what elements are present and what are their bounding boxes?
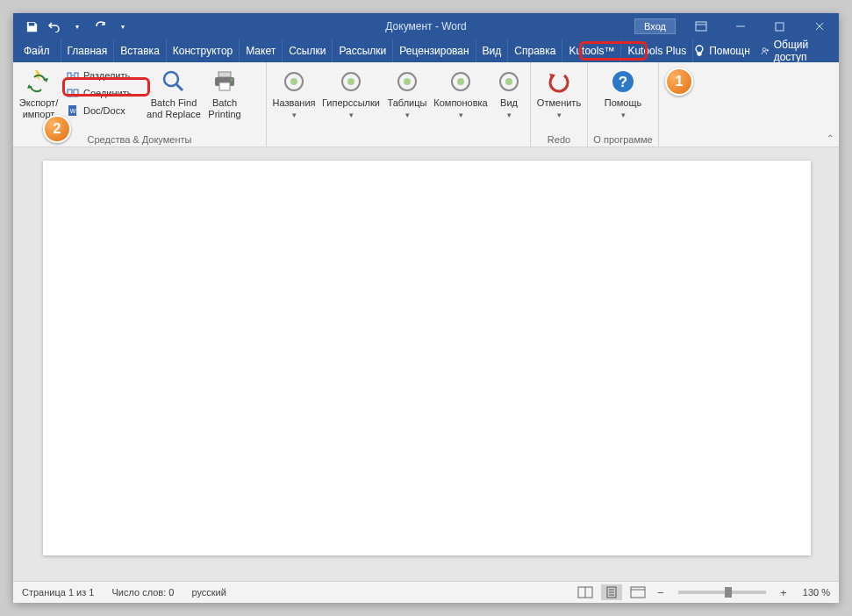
statusbar: Страница 1 из 1 Число слов: 0 русский − … bbox=[13, 581, 839, 603]
split-icon bbox=[66, 68, 80, 82]
login-button[interactable]: Вход bbox=[634, 18, 676, 34]
svg-point-6 bbox=[763, 48, 766, 52]
maximize-icon[interactable] bbox=[760, 13, 799, 39]
layout-label: Компоновка bbox=[433, 97, 487, 109]
titlebar: ▾ ▾ Документ - Word Вход bbox=[13, 13, 839, 39]
tab-review[interactable]: Рецензирован bbox=[393, 39, 476, 62]
svg-text:?: ? bbox=[619, 74, 627, 90]
tab-layout[interactable]: Макет bbox=[240, 39, 283, 62]
chevron-down-icon: ▾ bbox=[405, 110, 410, 121]
status-page[interactable]: Страница 1 из 1 bbox=[22, 587, 94, 598]
annotation-badge-1: 1 bbox=[665, 68, 693, 96]
captions-label: Названия bbox=[273, 97, 316, 109]
web-layout-icon[interactable] bbox=[627, 584, 648, 600]
doc-docx-button[interactable]: W Doc/Docx bbox=[62, 103, 143, 118]
svg-rect-7 bbox=[68, 73, 71, 78]
share-button[interactable]: Общий доступ bbox=[761, 39, 828, 63]
ribbon-tabs: Файл Главная Вставка Конструктор Макет С… bbox=[13, 39, 839, 62]
tell-me-button[interactable]: Помощн bbox=[693, 45, 750, 57]
undo-last-button[interactable]: Отменить ▾ bbox=[534, 64, 584, 121]
tab-home[interactable]: Главная bbox=[61, 39, 115, 62]
hyperlinks-button[interactable]: Гиперссылки ▾ bbox=[318, 64, 384, 121]
tables-button[interactable]: Таблицы ▾ bbox=[384, 64, 430, 121]
qat-customize-icon[interactable]: ▾ bbox=[115, 18, 131, 34]
group-redo-label: Redo bbox=[534, 134, 584, 147]
hyperlinks-label: Гиперссылки bbox=[322, 97, 380, 109]
svg-point-24 bbox=[404, 78, 411, 85]
split-button[interactable]: Разделить bbox=[62, 68, 143, 83]
radio-circle-icon bbox=[337, 68, 365, 96]
doc-docx-icon: W bbox=[66, 104, 80, 118]
tab-insert[interactable]: Вставка bbox=[114, 39, 167, 62]
ribbon-options-icon[interactable] bbox=[681, 13, 720, 39]
svg-point-18 bbox=[231, 79, 233, 81]
export-import-button[interactable]: Экспорт/ импорт bbox=[17, 64, 61, 120]
batch-printing-label: Batch Printing bbox=[208, 97, 240, 120]
redo-icon[interactable] bbox=[92, 18, 108, 34]
save-icon[interactable] bbox=[24, 18, 39, 34]
svg-point-22 bbox=[347, 78, 354, 85]
view-label: Вид bbox=[500, 97, 518, 109]
tab-view[interactable]: Вид bbox=[476, 39, 509, 62]
status-words[interactable]: Число слов: 0 bbox=[111, 587, 174, 598]
svg-line-14 bbox=[176, 84, 183, 90]
split-label: Разделить bbox=[83, 70, 130, 81]
doc-docx-label: Doc/Docx bbox=[83, 105, 125, 116]
captions-button[interactable]: Названия ▾ bbox=[270, 64, 318, 121]
svg-point-13 bbox=[164, 72, 178, 86]
tab-design[interactable]: Конструктор bbox=[167, 39, 240, 62]
svg-point-20 bbox=[290, 78, 297, 85]
batch-printing-button[interactable]: Batch Printing bbox=[203, 64, 247, 120]
layout-button[interactable]: Компоновка ▾ bbox=[430, 64, 491, 121]
svg-rect-8 bbox=[75, 73, 78, 78]
zoom-slider[interactable] bbox=[678, 591, 766, 594]
document-page[interactable] bbox=[43, 161, 811, 555]
read-mode-icon[interactable] bbox=[575, 584, 596, 600]
help-button[interactable]: ? Помощь ▾ bbox=[591, 64, 655, 121]
chevron-down-icon: ▾ bbox=[292, 110, 297, 121]
tab-help[interactable]: Справка bbox=[508, 39, 562, 62]
status-language[interactable]: русский bbox=[191, 587, 226, 598]
minimize-icon[interactable] bbox=[720, 13, 760, 39]
undo-dropdown-icon[interactable]: ▾ bbox=[69, 18, 85, 34]
export-import-icon bbox=[25, 68, 53, 96]
undo-icon[interactable] bbox=[47, 18, 62, 34]
print-layout-icon[interactable] bbox=[601, 584, 622, 600]
tab-references[interactable]: Ссылки bbox=[283, 39, 333, 62]
ribbon: Экспорт/ импорт Разделить Соединить bbox=[13, 62, 839, 147]
radio-circle-icon bbox=[280, 68, 308, 96]
batch-find-replace-button[interactable]: Batch Find and Replace bbox=[145, 64, 203, 120]
svg-rect-15 bbox=[218, 72, 231, 77]
merge-icon bbox=[66, 86, 80, 100]
help-label: Помощь bbox=[605, 97, 642, 109]
tab-mailings[interactable]: Рассылки bbox=[333, 39, 393, 62]
chevron-down-icon: ▾ bbox=[459, 110, 463, 121]
tell-me-label: Помощн bbox=[709, 45, 750, 57]
help-icon: ? bbox=[609, 68, 637, 96]
tab-file[interactable]: Файл bbox=[13, 39, 61, 62]
title-controls: Вход bbox=[634, 13, 839, 39]
merge-label: Соединить bbox=[83, 88, 132, 98]
zoom-out-button[interactable]: − bbox=[654, 586, 668, 599]
merge-button[interactable]: Соединить bbox=[62, 85, 143, 101]
tab-kutools-plus[interactable]: Kutools Plus bbox=[621, 39, 693, 62]
view-button[interactable]: Вид ▾ bbox=[491, 64, 526, 121]
workspace bbox=[13, 147, 839, 581]
undo-large-icon bbox=[545, 68, 573, 96]
svg-rect-9 bbox=[68, 90, 72, 97]
svg-point-26 bbox=[457, 78, 464, 85]
svg-rect-0 bbox=[696, 22, 706, 31]
search-icon bbox=[160, 68, 188, 96]
zoom-in-button[interactable]: + bbox=[777, 586, 791, 599]
radio-circle-icon bbox=[447, 68, 475, 96]
zoom-value[interactable]: 130 % bbox=[803, 587, 830, 598]
collapse-ribbon-icon[interactable]: ⌃ bbox=[827, 133, 834, 143]
chevron-down-icon: ▾ bbox=[507, 110, 512, 121]
svg-rect-17 bbox=[219, 82, 230, 90]
undo-last-label: Отменить bbox=[537, 97, 581, 109]
zoom-thumb[interactable] bbox=[725, 587, 732, 598]
svg-rect-37 bbox=[631, 587, 645, 598]
close-icon[interactable] bbox=[799, 13, 839, 39]
radio-circle-icon bbox=[393, 68, 421, 96]
tab-kutools[interactable]: Kutools™ bbox=[562, 39, 621, 62]
